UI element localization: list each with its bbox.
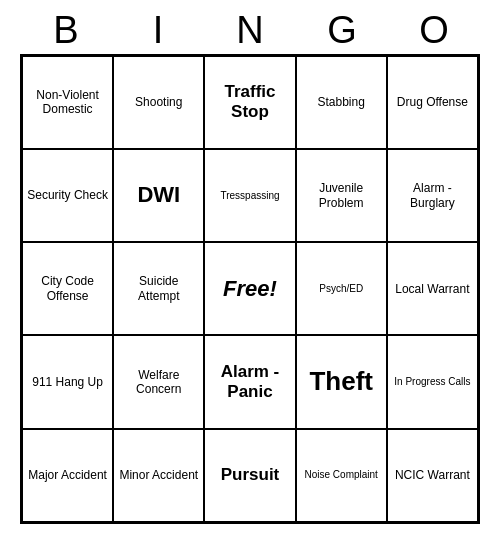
bingo-cell-0: Non-Violent Domestic [22, 56, 113, 149]
bingo-cell-3: Stabbing [296, 56, 387, 149]
bingo-cell-5: Security Check [22, 149, 113, 242]
bingo-cell-1: Shooting [113, 56, 204, 149]
letter-b: B [20, 10, 112, 52]
bingo-cell-21: Minor Accident [113, 429, 204, 522]
bingo-cell-4: Drug Offense [387, 56, 478, 149]
bingo-cell-20: Major Accident [22, 429, 113, 522]
bingo-cell-14: Local Warrant [387, 242, 478, 335]
bingo-cell-24: NCIC Warrant [387, 429, 478, 522]
bingo-cell-7: Tresspassing [204, 149, 295, 242]
bingo-cell-19: In Progress Calls [387, 335, 478, 428]
letter-g: G [296, 10, 388, 52]
bingo-cell-12: Free! [204, 242, 295, 335]
bingo-cell-23: Noise Complaint [296, 429, 387, 522]
bingo-cell-16: Welfare Concern [113, 335, 204, 428]
bingo-cell-22: Pursuit [204, 429, 295, 522]
bingo-grid: Non-Violent DomesticShootingTraffic Stop… [20, 54, 480, 524]
bingo-cell-8: Juvenile Problem [296, 149, 387, 242]
bingo-cell-17: Alarm - Panic [204, 335, 295, 428]
bingo-cell-9: Alarm - Burglary [387, 149, 478, 242]
bingo-cell-2: Traffic Stop [204, 56, 295, 149]
bingo-cell-6: DWI [113, 149, 204, 242]
bingo-cell-11: Suicide Attempt [113, 242, 204, 335]
letter-n: N [204, 10, 296, 52]
bingo-cell-13: Psych/ED [296, 242, 387, 335]
letter-i: I [112, 10, 204, 52]
bingo-cell-18: Theft [296, 335, 387, 428]
bingo-cell-15: 911 Hang Up [22, 335, 113, 428]
letter-o: O [388, 10, 480, 52]
bingo-cell-10: City Code Offense [22, 242, 113, 335]
bingo-header: B I N G O [20, 10, 480, 52]
